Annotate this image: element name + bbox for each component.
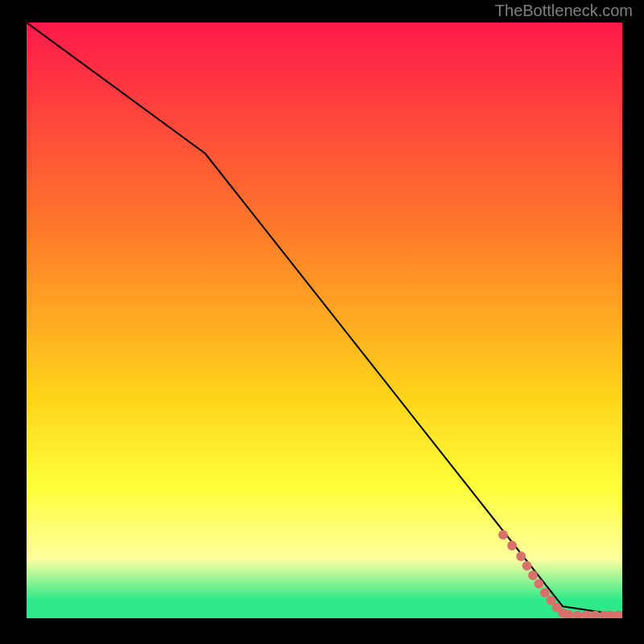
data-marker xyxy=(507,541,517,551)
chart-container: TheBottleneck.com xyxy=(0,0,644,644)
gradient-background xyxy=(27,23,622,618)
data-marker xyxy=(528,571,538,580)
data-marker xyxy=(534,579,543,588)
attribution-text: TheBottleneck.com xyxy=(495,2,633,20)
data-marker xyxy=(516,551,526,561)
data-marker xyxy=(540,588,550,597)
data-marker xyxy=(522,561,532,571)
data-marker xyxy=(498,530,508,539)
plot-area xyxy=(27,23,622,618)
plot-svg xyxy=(27,23,622,618)
